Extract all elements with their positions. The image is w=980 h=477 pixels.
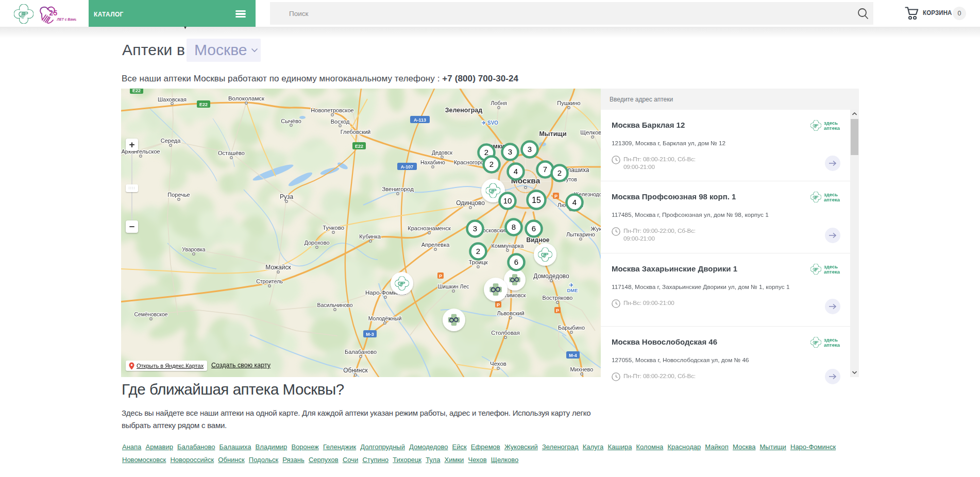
svg-text:3: 3 — [508, 147, 512, 156]
svg-text:Столбовая: Столбовая — [491, 330, 519, 336]
svg-text:Нахабино: Нахабино — [420, 159, 445, 165]
svg-text:15: 15 — [532, 196, 541, 205]
svg-text:М-3: М-3 — [366, 332, 374, 337]
svg-text:Михнево: Михнево — [570, 366, 594, 372]
svg-text:Чехов: Чехов — [490, 361, 506, 367]
svg-text:Восход: Восход — [331, 118, 350, 125]
svg-text:E22: E22 — [355, 144, 363, 149]
svg-text:Уваровка: Уваровка — [182, 246, 205, 252]
svg-text:А-113: А-113 — [414, 117, 426, 123]
svg-text:Поречье: Поречье — [167, 192, 190, 198]
svg-text:6: 6 — [514, 258, 518, 266]
svg-text:Кубинка: Кубинка — [359, 233, 381, 240]
svg-text:Лыткарино: Лыткарино — [566, 231, 595, 237]
svg-text:Глебовский: Глебовский — [341, 129, 371, 135]
svg-text:8: 8 — [512, 223, 516, 231]
svg-text:аптека: аптека — [824, 197, 840, 202]
svg-text:ЛЕТ с Вами!: ЛЕТ с Вами! — [57, 18, 76, 21]
svg-text:Шишкин Лес: Шишкин Лес — [437, 283, 469, 289]
svg-text:аптека: аптека — [824, 269, 840, 275]
svg-text:7: 7 — [543, 165, 547, 174]
svg-text:Одинцово: Одинцово — [456, 199, 485, 207]
svg-text:Апрелевка: Апрелевка — [421, 242, 450, 248]
svg-text:Краснознаменск: Краснознаменск — [408, 225, 451, 231]
svg-text:Дедовск: Дедовск — [432, 149, 452, 156]
svg-text:Дорохово: Дорохово — [304, 240, 329, 246]
svg-text:Львовский: Львовский — [497, 310, 524, 316]
svg-text:М-4: М-4 — [569, 353, 577, 358]
svg-text:Сычёво: Сычёво — [281, 118, 301, 124]
svg-text:Зеленоград: Зеленоград — [445, 107, 482, 114]
svg-text:аптека: аптека — [824, 125, 840, 131]
svg-text:10: 10 — [503, 196, 512, 205]
svg-text:4: 4 — [572, 198, 577, 207]
svg-text:P: P — [439, 274, 442, 279]
svg-text:Востряково: Востряково — [543, 295, 573, 301]
svg-text:Новопетровское: Новопетровское — [311, 107, 353, 113]
svg-text:Молодёжный: Молодёжный — [368, 315, 402, 321]
svg-text:Пушкино: Пушкино — [557, 100, 580, 106]
svg-text:Руза: Руза — [280, 193, 294, 200]
svg-text:25: 25 — [49, 8, 58, 17]
svg-text:P: P — [556, 308, 559, 313]
svg-text:Лобня: Лобня — [491, 100, 507, 106]
svg-text:Обнинск: Обнинск — [343, 367, 368, 374]
svg-text:Коммунарка: Коммунарка — [492, 243, 525, 249]
svg-text:Видное: Видное — [527, 236, 550, 244]
svg-text:Домодедово: Домодедово — [533, 272, 569, 280]
svg-text:6: 6 — [532, 224, 536, 233]
svg-text:2: 2 — [489, 160, 494, 168]
svg-text:Осташёво: Осташёво — [218, 150, 245, 156]
svg-text:Волоколамск: Волоколамск — [228, 95, 265, 101]
svg-text:E22: E22 — [132, 89, 141, 93]
svg-text:Середа: Середа — [161, 138, 181, 144]
svg-text:Семёновское: Семёновское — [134, 311, 167, 317]
svg-text:Звенигород: Звенигород — [382, 186, 414, 192]
svg-text:2: 2 — [484, 148, 488, 157]
svg-text:4: 4 — [514, 167, 518, 176]
svg-text:Строитель: Строитель — [256, 278, 283, 284]
svg-text:Балабаново: Балабаново — [345, 349, 377, 355]
svg-text:✈ SVO: ✈ SVO — [482, 120, 498, 126]
svg-text:Можайск: Можайск — [265, 264, 291, 271]
svg-text:аптека: аптека — [824, 342, 840, 348]
svg-text:Тучково: Тучково — [323, 225, 344, 231]
svg-text:Красногорск: Красногорск — [454, 159, 486, 165]
svg-text:Барыбино: Барыбино — [558, 325, 585, 331]
svg-text:Жуковский: Жуковский — [590, 226, 601, 232]
svg-text:DME: DME — [567, 287, 578, 293]
svg-text:Мытищи: Мытищи — [539, 130, 566, 138]
svg-text:Щелково: Щелково — [580, 129, 601, 135]
svg-text:3: 3 — [473, 224, 477, 233]
svg-text:P: P — [554, 194, 557, 199]
svg-text:2: 2 — [476, 247, 480, 255]
svg-text:3: 3 — [528, 145, 532, 154]
svg-text:E22: E22 — [199, 102, 208, 107]
svg-text:2: 2 — [557, 168, 562, 177]
svg-text:Шаховская: Шаховская — [158, 96, 187, 103]
svg-text:Васильчиново: Васильчиново — [317, 302, 352, 308]
svg-text:А-107: А-107 — [401, 164, 414, 169]
svg-text:P: P — [497, 302, 500, 308]
